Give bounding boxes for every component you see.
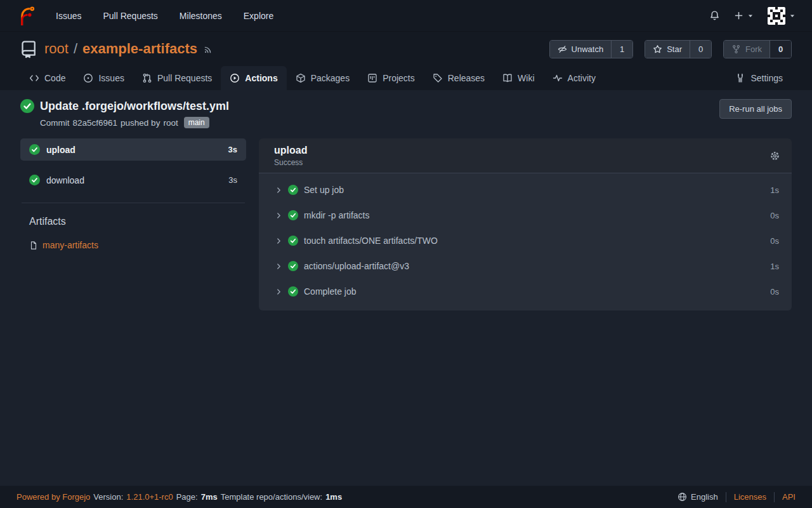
forks-count[interactable]: 0 [769,41,791,58]
job-item-download[interactable]: download 3s [20,169,246,191]
step-duration: 0s [770,236,779,246]
powered-by-link[interactable]: Powered by Forgejo [16,492,90,502]
watchers-count[interactable]: 1 [611,41,632,58]
project-icon [367,73,377,83]
tab-projects[interactable]: Projects [358,66,424,90]
tab-releases[interactable]: Releases [424,66,494,90]
version-link[interactable]: 1.21.0+1-rc0 [126,492,173,502]
actions-run-view: Update .forgejo/workflows/test.yml Commi… [0,90,812,486]
rss-icon[interactable] [204,44,213,54]
version-label: Version: [93,492,123,502]
unwatch-button[interactable]: Unwatch [550,41,612,58]
step-row-mkdir[interactable]: mkdir -p artifacts 0s [259,203,792,228]
chevron-right-icon [275,263,282,270]
step-success-icon [288,286,298,297]
create-new-menu[interactable] [734,11,754,20]
fork-button-group: Fork 0 [723,40,792,58]
step-duration: 0s [770,287,779,297]
avatar[interactable] [768,7,785,25]
gear-icon[interactable] [769,150,780,161]
template-label: Template repo/actions/view: [221,492,322,502]
job-success-icon [29,144,40,155]
rerun-all-jobs-button[interactable]: Re-run all jobs [719,99,792,119]
user-menu[interactable] [768,7,796,25]
pull-request-icon [142,73,152,83]
step-duration: 0s [770,211,779,220]
run-success-icon [20,99,34,113]
tab-pull-requests[interactable]: Pull Requests [133,66,221,90]
nav-issues[interactable]: Issues [56,11,81,21]
tab-settings[interactable]: Settings [726,66,792,90]
step-name: Set up job [304,185,344,195]
chevron-right-icon [275,288,282,295]
tab-activity[interactable]: Activity [544,66,605,90]
issue-icon [83,73,93,83]
step-name: touch artifacts/ONE artifacts/TWO [304,236,438,246]
globe-icon [678,492,687,502]
step-success-icon [288,261,298,271]
plus-icon [734,11,743,20]
tab-code[interactable]: Code [20,66,74,90]
forgejo-logo[interactable] [16,5,37,27]
language-selector[interactable]: English [678,492,718,502]
job-duration: 3s [228,145,237,154]
nav-explore[interactable]: Explore [244,11,273,21]
tab-packages[interactable]: Packages [287,66,358,90]
pulse-icon [553,73,563,83]
step-row-upload-artifact[interactable]: actions/upload-artifact@v3 1s [259,253,792,279]
repo-owner-link[interactable]: root [44,41,69,57]
tab-actions[interactable]: Actions [221,66,286,90]
step-duration: 1s [770,185,779,195]
file-icon [29,241,38,250]
job-name: upload [46,145,75,155]
licenses-link[interactable]: Licenses [734,492,766,502]
repo-tabs: Code Issues Pull Requests Actions Packag… [20,66,792,90]
chevron-right-icon [275,212,282,219]
artifact-link[interactable]: many-artifacts [43,240,98,250]
nav-milestones[interactable]: Milestones [180,11,222,21]
stars-count[interactable]: 0 [690,41,711,58]
code-icon [29,73,39,83]
step-name: actions/upload-artifact@v3 [304,261,409,271]
eye-slash-icon [558,44,567,54]
run-title: Update .forgejo/workflows/test.yml [40,100,229,113]
author-link[interactable]: root [163,118,178,128]
job-success-icon [29,175,40,185]
step-row-touch[interactable]: touch artifacts/ONE artifacts/TWO 0s [259,228,792,253]
repo-name-link[interactable]: example-artifacts [82,41,197,57]
tab-wiki[interactable]: Wiki [494,66,543,90]
chevron-down-icon [789,13,796,19]
repo-header: root / example-artifacts Unwatch 1 [0,32,812,90]
step-success-icon [288,236,298,246]
breadcrumb-separator: / [74,41,77,57]
step-success-icon [288,185,298,195]
nav-pull-requests[interactable]: Pull Requests [103,11,157,21]
jobs-sidebar: upload 3s download 3s Artifacts many-art… [20,138,246,250]
job-detail-header: upload Success [259,138,792,173]
commit-sha-link[interactable]: 82a5cf6961 [73,118,118,128]
tab-issues[interactable]: Issues [74,66,133,90]
play-circle-icon [230,73,240,83]
star-button[interactable]: Star [645,41,690,58]
api-link[interactable]: API [782,492,796,502]
nav-links: Issues Pull Requests Milestones Explore [56,11,273,21]
step-name: mkdir -p artifacts [304,210,369,220]
step-row-complete[interactable]: Complete job 0s [259,279,792,304]
branch-badge[interactable]: main [184,117,209,128]
star-icon [653,44,662,54]
artifact-item: many-artifacts [29,240,246,250]
package-icon [296,73,306,83]
job-name: download [46,175,84,185]
step-name: Complete job [304,286,357,297]
job-status: Success [274,158,307,167]
page-label: Page: [176,492,198,502]
step-row-setup[interactable]: Set up job 1s [259,177,792,203]
page-time: 7ms [201,492,218,502]
chevron-right-icon [275,187,282,194]
top-navbar: Issues Pull Requests Milestones Explore [0,0,812,32]
job-item-upload[interactable]: upload 3s [20,138,246,161]
notifications-bell-icon[interactable] [709,10,720,21]
step-success-icon [288,210,298,220]
footer-divider [774,492,775,502]
settings-tools-icon [735,73,745,83]
